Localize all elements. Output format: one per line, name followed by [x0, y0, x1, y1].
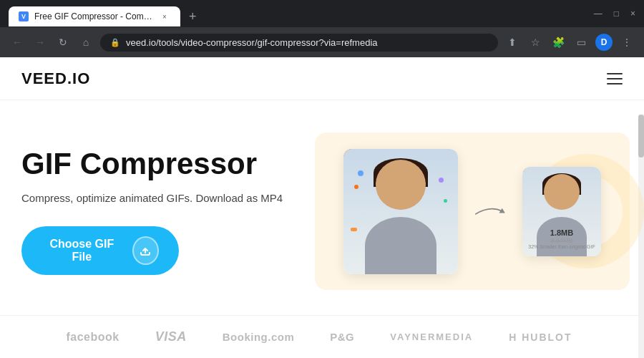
home-button[interactable]: ⌂ — [77, 34, 94, 51]
upload-icon-circle — [132, 236, 159, 265]
browser-titlebar: V Free GIF Compressor - Compress... × + … — [0, 0, 644, 27]
maximize-button[interactable]: □ — [614, 9, 619, 19]
scrollbar-thumb[interactable] — [638, 115, 644, 158]
site-logo: VEED.IO — [21, 69, 90, 88]
close-window-button[interactable]: × — [630, 9, 635, 19]
brand-booking: Booking.com — [223, 331, 295, 343]
hamburger-line-2 — [607, 78, 623, 79]
compressed-size: 1.8MB — [528, 228, 595, 237]
hamburger-line-1 — [607, 73, 623, 74]
hero-section: GIF Compressor Compress, optimize animat… — [0, 100, 644, 315]
forward-button[interactable]: → — [31, 34, 49, 51]
choose-gif-button[interactable]: Choose GIF File — [21, 226, 179, 275]
refresh-button[interactable]: ↻ — [54, 34, 72, 51]
brand-pg: P&G — [330, 331, 354, 343]
original-size: 3.44MB — [528, 237, 595, 244]
page-content: VEED.IO GIF Compressor Compress, optimiz… — [0, 57, 644, 358]
new-tab-button[interactable]: + — [186, 6, 200, 27]
share-icon[interactable]: ⬆ — [504, 34, 521, 51]
bookmark-icon[interactable]: ☆ — [527, 34, 544, 51]
upload-icon — [139, 244, 152, 257]
brand-hublot: H HUBLOT — [509, 332, 572, 343]
before-image-card: 🟠 GIF — [343, 149, 458, 274]
hero-title: GIF Compressor — [21, 147, 286, 180]
toolbar-actions: ⬆ ☆ 🧩 ▭ D ⋮ — [504, 34, 635, 51]
confetti-1 — [358, 170, 364, 176]
illustration-bg: 🟠 GIF — [315, 132, 630, 290]
before-person-image — [343, 149, 458, 274]
minimize-button[interactable]: — — [594, 9, 602, 19]
brand-facebook: facebook — [66, 331, 119, 344]
browser-toolbar: ← → ↻ ⌂ 🔒 veed.io/tools/video-compressor… — [0, 27, 644, 57]
tab-title: Free GIF Compressor - Compress... — [34, 11, 153, 21]
confetti-3 — [439, 178, 444, 183]
hamburger-line-3 — [607, 83, 623, 84]
brand-vayner: VAYNERMEDIA — [390, 332, 473, 342]
hero-subtitle: Compress, optimize animated GIFs. Downlo… — [21, 190, 286, 207]
lock-icon: 🔒 — [110, 38, 120, 47]
brands-bar: facebook VISA Booking.com P&G VAYNERMEDI… — [0, 315, 638, 358]
confetti-2 — [354, 185, 358, 189]
hero-illustration: 🟠 GIF — [315, 132, 630, 290]
back-button[interactable]: ← — [9, 34, 26, 51]
after-image-card: GIF 1.8MB 3.44MB 32% Smaller than origin… — [522, 167, 601, 256]
confetti-4 — [444, 199, 447, 203]
file-size-label: 1.8MB 3.44MB 32% Smaller than original G… — [528, 228, 595, 249]
tab-close-button[interactable]: × — [159, 11, 170, 22]
site-nav: VEED.IO — [0, 57, 644, 100]
window-controls: — □ × — [594, 9, 635, 24]
after-person-head — [544, 174, 580, 210]
hamburger-menu[interactable] — [607, 73, 623, 84]
person-body — [365, 217, 436, 274]
profile-icon[interactable]: D — [595, 34, 613, 51]
brand-visa: VISA — [155, 329, 187, 344]
choose-gif-label: Choose GIF File — [42, 238, 122, 263]
browser-chrome: V Free GIF Compressor - Compress... × + … — [0, 0, 644, 57]
address-bar[interactable]: 🔒 veed.io/tools/video-compressor/gif-com… — [100, 34, 498, 52]
cast-icon[interactable]: ▭ — [572, 34, 590, 51]
tab-favicon: V — [19, 11, 29, 21]
size-comparison: 32% Smaller than original GIF — [528, 244, 595, 249]
person-head — [376, 160, 426, 210]
menu-icon[interactable]: ⋮ — [618, 34, 635, 51]
scrollbar[interactable] — [638, 115, 644, 358]
address-text: veed.io/tools/video-compressor/gif-compr… — [126, 37, 378, 48]
confetti-5 — [351, 228, 357, 231]
browser-tab[interactable]: V Free GIF Compressor - Compress... × — [9, 6, 180, 26]
hero-left: GIF Compressor Compress, optimize animat… — [21, 147, 286, 276]
arrow-container — [472, 200, 508, 222]
extensions-icon[interactable]: 🧩 — [550, 34, 567, 51]
compression-arrow — [472, 200, 508, 222]
